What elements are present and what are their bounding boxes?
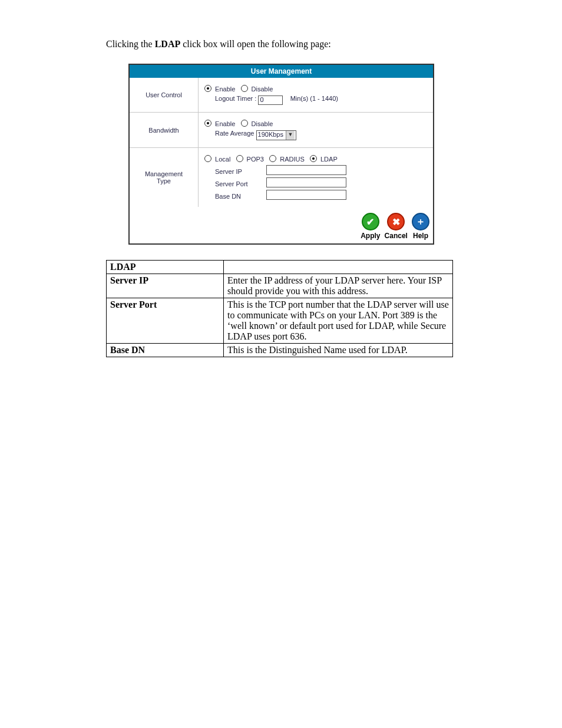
- ldap-description-table: LDAP Server IP Enter the IP address of y…: [106, 260, 453, 357]
- logout-timer-hint: Min(s) (1 - 1440): [290, 95, 338, 102]
- server-ip-label: Server IP: [215, 168, 261, 175]
- disable-label-2: Disable: [252, 120, 273, 127]
- pop3-label: POP3: [247, 156, 264, 163]
- intro-post: click box will open the following page:: [180, 39, 331, 49]
- server-port-header: Server Port: [107, 298, 224, 344]
- mgmt-pop3-radio[interactable]: [236, 155, 243, 162]
- logout-timer-input[interactable]: 0: [258, 95, 283, 105]
- mgmt-ldap-radio[interactable]: [310, 155, 317, 162]
- server-ip-input[interactable]: [266, 165, 346, 175]
- button-bar: ✔ Apply ✖ Cancel ＋ Help: [130, 207, 433, 243]
- base-dn-label: Base DN: [215, 193, 261, 200]
- intro-text: Clicking the LDAP click box will open th…: [106, 39, 503, 50]
- management-type-label: Management Type: [130, 148, 199, 207]
- intro-pre: Clicking the: [106, 39, 155, 49]
- radius-label: RADIUS: [280, 156, 305, 163]
- help-button[interactable]: ＋ Help: [412, 213, 429, 240]
- user-control-disable-radio[interactable]: [241, 85, 248, 92]
- mgmt-label-1: Management: [145, 170, 183, 177]
- ldap-header: LDAP: [107, 261, 224, 274]
- rate-average-value: 190Kbps: [258, 131, 283, 138]
- disable-label: Disable: [252, 85, 273, 93]
- user-control-enable-radio[interactable]: [204, 85, 211, 92]
- plus-icon: ＋: [412, 213, 429, 230]
- intro-bold: LDAP: [155, 39, 181, 49]
- ldap-label: LDAP: [320, 156, 338, 163]
- local-label: Local: [215, 156, 230, 163]
- logout-timer-label: Logout Timer :: [215, 95, 256, 102]
- base-dn-header: Base DN: [107, 344, 224, 357]
- ldap-header-desc: [224, 261, 453, 274]
- cancel-button[interactable]: ✖ Cancel: [385, 213, 408, 240]
- close-icon: ✖: [387, 213, 405, 230]
- server-port-desc: This is the TCP port number that the LDA…: [224, 298, 453, 344]
- enable-label-2: Enable: [215, 120, 235, 127]
- mgmt-radius-radio[interactable]: [269, 155, 276, 162]
- user-control-label: User Control: [130, 78, 199, 113]
- rate-average-select[interactable]: 190Kbps▼: [256, 130, 296, 140]
- bandwidth-disable-radio[interactable]: [241, 120, 248, 127]
- bandwidth-label: Bandwidth: [130, 113, 199, 148]
- check-icon: ✔: [362, 213, 379, 230]
- server-ip-header: Server IP: [107, 274, 224, 298]
- mgmt-local-radio[interactable]: [204, 155, 211, 162]
- base-dn-input[interactable]: [266, 190, 346, 200]
- cancel-label: Cancel: [385, 232, 408, 240]
- server-port-input[interactable]: [266, 177, 346, 187]
- apply-button[interactable]: ✔ Apply: [361, 213, 380, 240]
- apply-label: Apply: [361, 232, 380, 240]
- help-label: Help: [413, 232, 428, 240]
- user-management-panel: User Management User Control Enable Disa…: [128, 64, 434, 245]
- server-port-label: Server Port: [215, 180, 261, 187]
- server-ip-desc: Enter the IP address of your LDAP server…: [224, 274, 453, 298]
- chevron-down-icon: ▼: [286, 131, 295, 140]
- enable-label: Enable: [215, 85, 235, 93]
- base-dn-desc: This is the Distinguished Name used for …: [224, 344, 453, 357]
- bandwidth-enable-radio[interactable]: [204, 120, 211, 127]
- rate-average-label: Rate Average: [215, 130, 254, 137]
- mgmt-label-2: Type: [157, 177, 171, 185]
- panel-title: User Management: [130, 65, 433, 78]
